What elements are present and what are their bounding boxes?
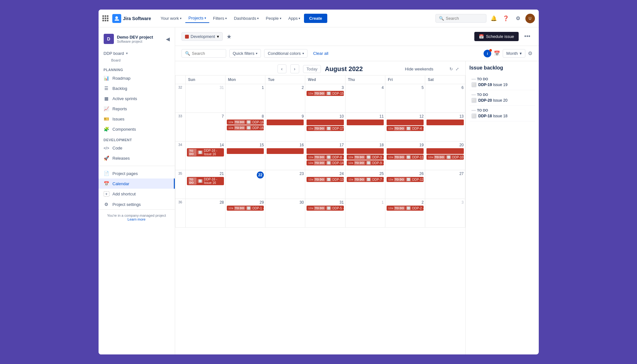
calendar-search-input[interactable] [192,51,223,56]
sidebar-item-code[interactable]: </> Code [99,143,175,153]
event-item[interactable]: 12a TO DO ⬜ DDP-7 - Issue 7 [347,177,384,182]
calendar-cell[interactable]: 2012a TO DO ⬜ DDP-10 - Issue 10 [425,142,465,170]
month-view-button[interactable]: Month ▾ [503,49,525,58]
nav-people[interactable]: People ▾ [263,14,284,23]
nav-your-work[interactable]: Your work ▾ [157,14,184,23]
sidebar-item-backlog[interactable]: ☰ Backlog [99,83,175,93]
calendar-cell[interactable]: 1212a TO DO ⬜ DDP-4 - Issue 4 [385,113,425,142]
event-span-todo[interactable]: TO DO ⬜ DDP-16 - Issue 16 [187,148,224,157]
list-item[interactable]: TO DO ⬜ DDP-20 Issue 20 [470,90,535,106]
calendar-cell[interactable]: 1812a TO DO ⬜ DDP-3 - Issue 312a TO DO ⬜… [345,142,385,170]
refresh-icon[interactable]: ↻ [449,67,453,71]
learn-more-link[interactable]: Learn more [104,217,170,221]
event-item[interactable]: 12a TO DO ⬜ DDP-12 - Issue 12 [387,177,424,182]
event-item[interactable]: 12a TO DO ⬜ DDP-5 - Issue 5 [307,206,344,211]
event-item[interactable]: 12a TO DO ⬜ DDP-1 - Issue 1 [227,206,264,211]
search-bar[interactable]: 🔍 [435,14,486,23]
sidebar-item-releases[interactable]: 🚀 Releases [99,153,175,163]
event-item[interactable]: 12a TO DO ⬜ DDP-2 - Issue 2 [387,206,424,211]
hide-weekends-button[interactable]: Hide weekends [405,67,433,71]
sidebar-item-calendar[interactable]: 📅 Calendar [99,178,175,189]
calendar-cell[interactable]: 21TO DO ⬜ DDP-16 - Issue 16 [185,170,225,199]
nav-dashboards[interactable]: Dashboards ▾ [231,14,262,23]
project-badge[interactable]: Development ▾ [181,32,223,41]
sidebar-item-reports[interactable]: 📈 Reports [99,104,175,114]
calendar-cell[interactable]: 1012a TO DO ⬜ DDP-17 - Issue 17 [305,113,345,142]
conditional-colors-button[interactable]: Conditional colors ▾ [264,49,307,58]
event-item[interactable]: 12a TO DO ⬜ DDP-10 - Issue 10 [426,155,463,160]
expand-icon[interactable]: ⤢ [456,67,459,71]
info-icon[interactable]: i [484,50,491,57]
nav-filters[interactable]: Filters ▾ [210,14,230,23]
search-input[interactable] [446,16,483,21]
clear-all-button[interactable]: Clear all [311,49,331,57]
event-item[interactable]: 12a TO DO ⬜ DDP-4 - Issue 4 [387,126,424,131]
calendar-cell[interactable]: 15 [225,142,265,170]
settings-icon[interactable]: ⚙ [513,14,523,23]
calendar-cell[interactable]: 2412a TO DO ⬜ DDP-13 - Issue 13 [305,170,345,199]
schedule-issue-button[interactable]: 📅 Schedule issue [474,32,518,41]
calendar-cell[interactable]: 16 [265,142,305,170]
calendar-cell[interactable]: 2512a TO DO ⬜ DDP-7 - Issue 7 [345,170,385,199]
calendar-cell[interactable]: 27 [425,170,465,199]
calendar-cell[interactable]: 1912a TO DO ⬜ DDP-11 - Issue 11 [385,142,425,170]
event-item[interactable]: 12a TO DO ⬜ DDP-15 - Issue 15 [307,91,344,96]
logo[interactable]: Jira Software [112,14,151,23]
event-item[interactable]: 12a TO DO ⬜ DDP-17 - Issue 17 [307,126,344,131]
sidebar-item-issues[interactable]: 🎫 Issues [99,114,175,124]
sidebar-item-add-shortcut[interactable]: + Add shortcut [99,189,175,199]
avatar[interactable]: U [525,14,535,23]
event-item[interactable]: 12a TO DO ⬜ DDP-16 - Issue 16 [227,120,264,125]
calendar-cell[interactable]: 1712a TO DO ⬜ DDP-8 - Issue 812a TO DO ⬜… [305,142,345,170]
event-item[interactable]: 12a TO DO ⬜ DDP-16 - Issue 16 [227,125,264,130]
calendar-cell[interactable]: 22 [225,170,265,199]
sidebar-collapse-button[interactable]: ◀ [166,36,170,42]
event-span-todo[interactable]: TO DO ⬜ DDP-16 - Issue 16 [187,177,224,185]
today-button[interactable]: Today [303,65,321,73]
calendar-cell[interactable]: 7 [185,113,225,142]
calendar-cell[interactable]: 4 [345,84,385,113]
calendar-cell[interactable]: 212a TO DO ⬜ DDP-2 - Issue 2 [385,199,425,228]
apps-grid-icon[interactable] [102,15,108,21]
nav-apps[interactable]: Apps ▾ [285,14,304,23]
calendar-cell[interactable]: 3112a TO DO ⬜ DDP-5 - Issue 5 [305,199,345,228]
calendar-cell[interactable]: 5 [385,84,425,113]
calendar-cell[interactable]: 2912a TO DO ⬜ DDP-1 - Issue 1 [225,199,265,228]
quick-filters-button[interactable]: Quick filters ▾ [229,49,261,58]
calendar-cell[interactable]: 31 [185,84,225,113]
sidebar-item-active-sprints[interactable]: ▦ Active sprints [99,93,175,104]
calendar-cell[interactable]: 2612a TO DO ⬜ DDP-12 - Issue 12 [385,170,425,199]
calendar-cell[interactable]: 23 [265,170,305,199]
event-item[interactable]: 12a TO DO ⬜ DDP-8 - Issue 8 [307,155,344,160]
sidebar-item-project-settings[interactable]: ⚙ Project settings [99,199,175,209]
calendar-settings-icon[interactable]: ⚙ [528,50,532,56]
favorite-star-icon[interactable]: ★ [226,33,232,40]
nav-projects[interactable]: Projects ▾ [185,14,209,23]
sidebar-item-project-pages[interactable]: 📄 Project pages [99,168,175,178]
calendar-cell[interactable]: 812a TO DO ⬜ DDP-16 - Issue 1612a TO DO … [225,113,265,142]
calendar-cell[interactable]: 2 [265,84,305,113]
prev-month-button[interactable]: ‹ [278,64,286,73]
calendar-cell[interactable]: 13 [425,113,465,142]
list-item[interactable]: TO DO ⬜ DDP-18 Issue 18 [470,106,535,121]
calendar-cell[interactable]: 6 [425,84,465,113]
calendar-cell[interactable]: 1 [225,84,265,113]
calendar-cell[interactable]: 14TO DO ⬜ DDP-16 - Issue 16 [185,142,225,170]
calendar-cell[interactable]: 9 [265,113,305,142]
event-item[interactable]: 12a TO DO ⬜ DDP-14 - Issue 14 [307,160,344,165]
next-month-button[interactable]: › [290,64,299,73]
calendar-cell[interactable]: 11 [345,113,385,142]
calendar-cell[interactable]: 1 [345,199,385,228]
event-item[interactable]: 12a TO DO ⬜ DDP-11 - Issue 11 [387,155,424,160]
sidebar-item-components[interactable]: 🧩 Components [99,124,175,134]
calendar-cell[interactable]: 3 [425,199,465,228]
more-options-button[interactable]: ••• [522,31,532,42]
help-icon[interactable]: ❓ [501,14,511,23]
event-item[interactable]: 12a TO DO ⬜ DDP-13 - Issue 13 [307,177,344,182]
calendar-search[interactable]: 🔍 [181,49,226,58]
event-item[interactable]: 12a TO DO ⬜ DDP-9 - Issue 9 [347,160,384,165]
ddp-board-header[interactable]: DDP board ▾ [99,49,175,58]
sidebar-item-roadmap[interactable]: 📊 Roadmap [99,73,175,83]
event-item[interactable]: 12a TO DO ⬜ DDP-3 - Issue 3 [347,155,384,160]
notifications-icon[interactable]: 🔔 [489,14,499,23]
